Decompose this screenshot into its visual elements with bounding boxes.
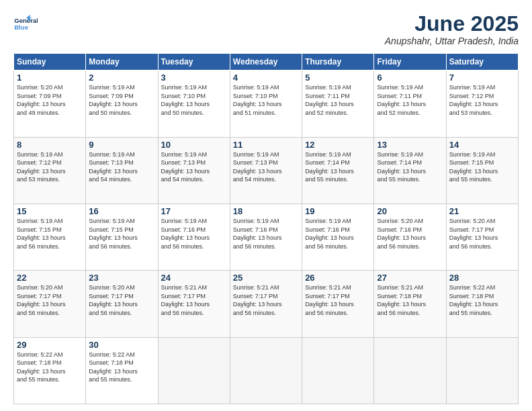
day-cell: 30Sunrise: 5:22 AMSunset: 7:18 PMDayligh… — [86, 337, 158, 404]
day-info: Sunrise: 5:19 AMSunset: 7:10 PMDaylight:… — [233, 83, 299, 117]
day-number: 2 — [89, 73, 154, 83]
day-info: Sunrise: 5:20 AMSunset: 7:17 PMDaylight:… — [449, 217, 515, 250]
day-cell: 7Sunrise: 5:19 AMSunset: 7:12 PMDaylight… — [446, 71, 518, 137]
day-cell: 13Sunrise: 5:19 AMSunset: 7:14 PMDayligh… — [374, 137, 446, 203]
day-cell: 26Sunrise: 5:21 AMSunset: 7:17 PMDayligh… — [302, 271, 374, 337]
day-number: 22 — [17, 273, 83, 283]
day-cell: 28Sunrise: 5:22 AMSunset: 7:18 PMDayligh… — [446, 271, 518, 337]
day-number: 28 — [449, 273, 515, 283]
day-info: Sunrise: 5:21 AMSunset: 7:17 PMDaylight:… — [161, 283, 227, 317]
day-number: 1 — [17, 73, 83, 83]
day-cell: 18Sunrise: 5:19 AMSunset: 7:16 PMDayligh… — [230, 203, 302, 270]
day-info: Sunrise: 5:19 AMSunset: 7:15 PMDaylight:… — [17, 217, 83, 250]
day-info: Sunrise: 5:21 AMSunset: 7:17 PMDaylight:… — [305, 283, 371, 317]
day-number: 7 — [449, 73, 515, 83]
day-info: Sunrise: 5:20 AMSunset: 7:17 PMDaylight:… — [17, 283, 83, 317]
day-cell: 25Sunrise: 5:21 AMSunset: 7:17 PMDayligh… — [230, 271, 302, 337]
day-info: Sunrise: 5:20 AMSunset: 7:17 PMDaylight:… — [89, 283, 154, 317]
col-tuesday: Tuesday — [158, 54, 230, 71]
day-info: Sunrise: 5:22 AMSunset: 7:18 PMDaylight:… — [17, 351, 83, 384]
day-cell: 20Sunrise: 5:20 AMSunset: 7:16 PMDayligh… — [374, 203, 446, 270]
day-cell: 15Sunrise: 5:19 AMSunset: 7:15 PMDayligh… — [14, 203, 86, 270]
day-cell: 9Sunrise: 5:19 AMSunset: 7:13 PMDaylight… — [86, 137, 158, 203]
day-info: Sunrise: 5:19 AMSunset: 7:10 PMDaylight:… — [161, 83, 227, 117]
day-info: Sunrise: 5:22 AMSunset: 7:18 PMDaylight:… — [89, 351, 154, 384]
day-cell: 4Sunrise: 5:19 AMSunset: 7:10 PMDaylight… — [230, 71, 302, 137]
day-number: 17 — [161, 206, 227, 216]
week-row-2: 8Sunrise: 5:19 AMSunset: 7:12 PMDaylight… — [14, 137, 519, 203]
month-title: June 2025 — [385, 12, 519, 36]
header-row: Sunday Monday Tuesday Wednesday Thursday… — [14, 54, 519, 71]
day-number: 20 — [377, 206, 443, 216]
day-number: 21 — [449, 206, 515, 216]
day-cell: 17Sunrise: 5:19 AMSunset: 7:16 PMDayligh… — [158, 203, 230, 270]
day-number: 10 — [161, 140, 227, 150]
header: General Blue June 2025 Anupshahr, Uttar … — [13, 12, 519, 46]
day-info: Sunrise: 5:21 AMSunset: 7:17 PMDaylight:… — [233, 283, 299, 317]
day-cell: 12Sunrise: 5:19 AMSunset: 7:14 PMDayligh… — [302, 137, 374, 203]
day-number: 11 — [233, 140, 299, 150]
day-info: Sunrise: 5:20 AMSunset: 7:09 PMDaylight:… — [17, 83, 83, 117]
week-row-5: 29Sunrise: 5:22 AMSunset: 7:18 PMDayligh… — [14, 337, 519, 404]
day-number: 27 — [377, 273, 443, 283]
day-cell: 11Sunrise: 5:19 AMSunset: 7:13 PMDayligh… — [230, 137, 302, 203]
day-number: 19 — [305, 206, 371, 216]
day-cell — [158, 337, 230, 404]
day-cell — [446, 337, 518, 404]
day-info: Sunrise: 5:19 AMSunset: 7:15 PMDaylight:… — [449, 150, 515, 184]
day-info: Sunrise: 5:20 AMSunset: 7:16 PMDaylight:… — [377, 217, 443, 250]
day-cell — [230, 337, 302, 404]
day-cell: 8Sunrise: 5:19 AMSunset: 7:12 PMDaylight… — [14, 137, 86, 203]
day-info: Sunrise: 5:19 AMSunset: 7:14 PMDaylight:… — [377, 150, 443, 184]
day-cell — [374, 337, 446, 404]
day-info: Sunrise: 5:19 AMSunset: 7:16 PMDaylight:… — [161, 217, 227, 250]
day-number: 25 — [233, 273, 299, 283]
day-cell: 14Sunrise: 5:19 AMSunset: 7:15 PMDayligh… — [446, 137, 518, 203]
day-info: Sunrise: 5:21 AMSunset: 7:18 PMDaylight:… — [377, 283, 443, 317]
day-info: Sunrise: 5:19 AMSunset: 7:16 PMDaylight:… — [305, 217, 371, 250]
day-number: 29 — [17, 340, 83, 350]
day-number: 5 — [305, 73, 371, 83]
day-cell: 23Sunrise: 5:20 AMSunset: 7:17 PMDayligh… — [86, 271, 158, 337]
col-friday: Friday — [374, 54, 446, 71]
day-number: 16 — [89, 206, 154, 216]
day-cell: 29Sunrise: 5:22 AMSunset: 7:18 PMDayligh… — [14, 337, 86, 404]
week-row-1: 1Sunrise: 5:20 AMSunset: 7:09 PMDaylight… — [14, 71, 519, 137]
day-cell: 24Sunrise: 5:21 AMSunset: 7:17 PMDayligh… — [158, 271, 230, 337]
calendar-page: General Blue June 2025 Anupshahr, Uttar … — [0, 0, 532, 411]
day-info: Sunrise: 5:19 AMSunset: 7:13 PMDaylight:… — [89, 150, 154, 184]
day-cell: 16Sunrise: 5:19 AMSunset: 7:15 PMDayligh… — [86, 203, 158, 270]
day-cell: 5Sunrise: 5:19 AMSunset: 7:11 PMDaylight… — [302, 71, 374, 137]
day-number: 4 — [233, 73, 299, 83]
day-number: 14 — [449, 140, 515, 150]
day-number: 6 — [377, 73, 443, 83]
location: Anupshahr, Uttar Pradesh, India — [385, 36, 519, 46]
day-info: Sunrise: 5:19 AMSunset: 7:11 PMDaylight:… — [377, 83, 443, 117]
day-info: Sunrise: 5:19 AMSunset: 7:15 PMDaylight:… — [89, 217, 154, 250]
day-cell — [302, 337, 374, 404]
day-number: 13 — [377, 140, 443, 150]
day-info: Sunrise: 5:19 AMSunset: 7:14 PMDaylight:… — [305, 150, 371, 184]
title-section: June 2025 Anupshahr, Uttar Pradesh, Indi… — [385, 12, 519, 46]
day-cell: 22Sunrise: 5:20 AMSunset: 7:17 PMDayligh… — [14, 271, 86, 337]
day-number: 23 — [89, 273, 154, 283]
day-number: 9 — [89, 140, 154, 150]
day-number: 12 — [305, 140, 371, 150]
day-info: Sunrise: 5:19 AMSunset: 7:13 PMDaylight:… — [161, 150, 227, 184]
svg-text:Blue: Blue — [14, 24, 28, 31]
day-number: 30 — [89, 340, 154, 350]
day-number: 24 — [161, 273, 227, 283]
day-cell: 19Sunrise: 5:19 AMSunset: 7:16 PMDayligh… — [302, 203, 374, 270]
day-cell: 2Sunrise: 5:19 AMSunset: 7:09 PMDaylight… — [86, 71, 158, 137]
day-info: Sunrise: 5:19 AMSunset: 7:09 PMDaylight:… — [89, 83, 154, 117]
col-saturday: Saturday — [446, 54, 518, 71]
day-cell: 3Sunrise: 5:19 AMSunset: 7:10 PMDaylight… — [158, 71, 230, 137]
day-number: 26 — [305, 273, 371, 283]
col-wednesday: Wednesday — [230, 54, 302, 71]
calendar-table: Sunday Monday Tuesday Wednesday Thursday… — [13, 53, 519, 404]
col-monday: Monday — [86, 54, 158, 71]
col-thursday: Thursday — [302, 54, 374, 71]
week-row-3: 15Sunrise: 5:19 AMSunset: 7:15 PMDayligh… — [14, 203, 519, 270]
day-info: Sunrise: 5:19 AMSunset: 7:12 PMDaylight:… — [17, 150, 83, 184]
day-cell: 10Sunrise: 5:19 AMSunset: 7:13 PMDayligh… — [158, 137, 230, 203]
